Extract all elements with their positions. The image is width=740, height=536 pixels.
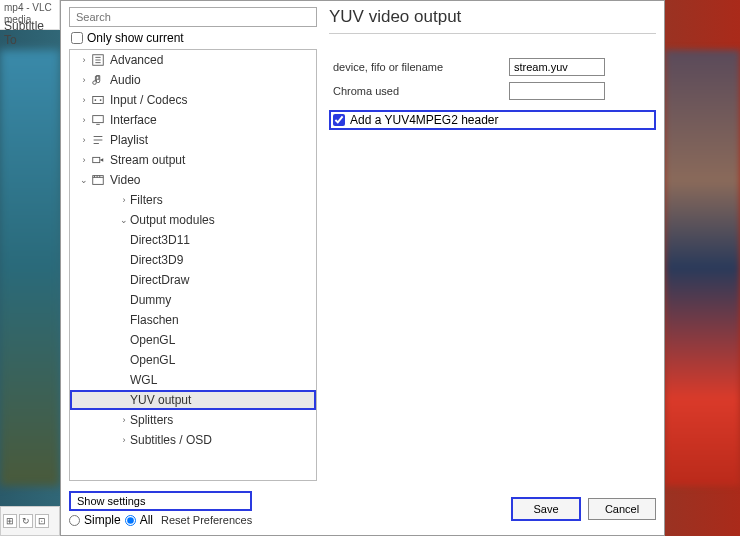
chroma-label: Chroma used xyxy=(329,85,509,97)
tree-item-directdraw[interactable]: DirectDraw xyxy=(70,270,316,290)
toolbar-button[interactable]: ↻ xyxy=(19,514,33,528)
tree-item-subtitles-osd[interactable]: › Subtitles / OSD xyxy=(70,430,316,450)
chevron-down-icon: ⌄ xyxy=(118,215,130,225)
tree-item-audio[interactable]: › Audio xyxy=(70,70,316,90)
preferences-dialog: Only show current › Advanced › Audio › I… xyxy=(60,0,665,536)
tree-item-output-modules[interactable]: ⌄ Output modules xyxy=(70,210,316,230)
tree-item-yuv-output[interactable]: YUV output xyxy=(70,390,316,410)
tree-item-dummy[interactable]: Dummy xyxy=(70,290,316,310)
all-label: All xyxy=(140,513,153,527)
interface-icon xyxy=(90,113,106,127)
menu-subtitle[interactable]: Subtitle xyxy=(4,19,44,33)
svg-point-6 xyxy=(100,99,102,101)
bottom-toolbar: ⊞ ↻ ⊡ xyxy=(0,506,60,536)
tree-item-filters[interactable]: › Filters xyxy=(70,190,316,210)
chevron-right-icon: › xyxy=(78,75,90,85)
playlist-icon xyxy=(90,133,106,147)
cancel-button[interactable]: Cancel xyxy=(588,498,656,520)
chroma-input[interactable] xyxy=(509,82,605,100)
svg-rect-7 xyxy=(93,116,104,123)
panel-title: YUV video output xyxy=(329,7,656,34)
simple-radio[interactable] xyxy=(69,515,80,526)
chevron-right-icon: › xyxy=(118,415,130,425)
tree-item-splitters[interactable]: › Splitters xyxy=(70,410,316,430)
dialog-footer: Show settings Simple All Reset Preferenc… xyxy=(61,487,664,535)
toolbar-button[interactable]: ⊡ xyxy=(35,514,49,528)
yuv4mpeg2-header-checkbox[interactable] xyxy=(333,114,345,126)
tree-item-advanced[interactable]: › Advanced xyxy=(70,50,316,70)
only-show-current-checkbox[interactable] xyxy=(71,32,83,44)
tree-item-direct3d11[interactable]: Direct3D11 xyxy=(70,230,316,250)
stream-icon xyxy=(90,153,106,167)
codecs-icon xyxy=(90,93,106,107)
device-input[interactable] xyxy=(509,58,605,76)
chevron-right-icon: › xyxy=(118,195,130,205)
tree-item-stream-output[interactable]: › Stream output xyxy=(70,150,316,170)
svg-rect-12 xyxy=(93,157,100,162)
tree-item-interface[interactable]: › Interface xyxy=(70,110,316,130)
search-input[interactable] xyxy=(69,7,317,27)
svg-point-5 xyxy=(95,99,97,101)
category-tree[interactable]: › Advanced › Audio › Input / Codecs › xyxy=(69,49,317,481)
tree-item-direct3d9[interactable]: Direct3D9 xyxy=(70,250,316,270)
simple-label: Simple xyxy=(84,513,121,527)
save-button[interactable]: Save xyxy=(512,498,580,520)
chevron-right-icon: › xyxy=(78,55,90,65)
tree-item-opengl[interactable]: OpenGL xyxy=(70,330,316,350)
only-show-current-label: Only show current xyxy=(87,31,184,45)
toolbar-button[interactable]: ⊞ xyxy=(3,514,17,528)
tree-item-playlist[interactable]: › Playlist xyxy=(70,130,316,150)
chevron-right-icon: › xyxy=(78,115,90,125)
tree-item-video[interactable]: ⌄ Video xyxy=(70,170,316,190)
chevron-right-icon: › xyxy=(78,135,90,145)
reset-preferences-button[interactable]: Reset Preferences xyxy=(161,514,252,526)
only-show-current-row[interactable]: Only show current xyxy=(71,31,317,45)
video-icon xyxy=(90,173,106,187)
chevron-right-icon: › xyxy=(118,435,130,445)
chevron-down-icon: ⌄ xyxy=(78,175,90,185)
tree-item-input-codecs[interactable]: › Input / Codecs xyxy=(70,90,316,110)
tree-item-opengl-2[interactable]: OpenGL xyxy=(70,350,316,370)
device-label: device, fifo or filename xyxy=(329,61,509,73)
yuv4mpeg2-header-row[interactable]: Add a YUV4MPEG2 header xyxy=(329,110,656,130)
advanced-icon xyxy=(90,53,106,67)
all-radio[interactable] xyxy=(125,515,136,526)
show-settings-label: Show settings xyxy=(69,491,252,511)
yuv4mpeg2-header-label: Add a YUV4MPEG2 header xyxy=(350,113,499,127)
tree-item-flaschen[interactable]: Flaschen xyxy=(70,310,316,330)
menu-tools[interactable]: To xyxy=(4,33,17,47)
tree-item-wgl[interactable]: WGL xyxy=(70,370,316,390)
audio-icon xyxy=(90,73,106,87)
menubar: Subtitle To xyxy=(0,15,60,51)
chevron-right-icon: › xyxy=(78,95,90,105)
svg-rect-4 xyxy=(93,97,104,104)
chevron-right-icon: › xyxy=(78,155,90,165)
